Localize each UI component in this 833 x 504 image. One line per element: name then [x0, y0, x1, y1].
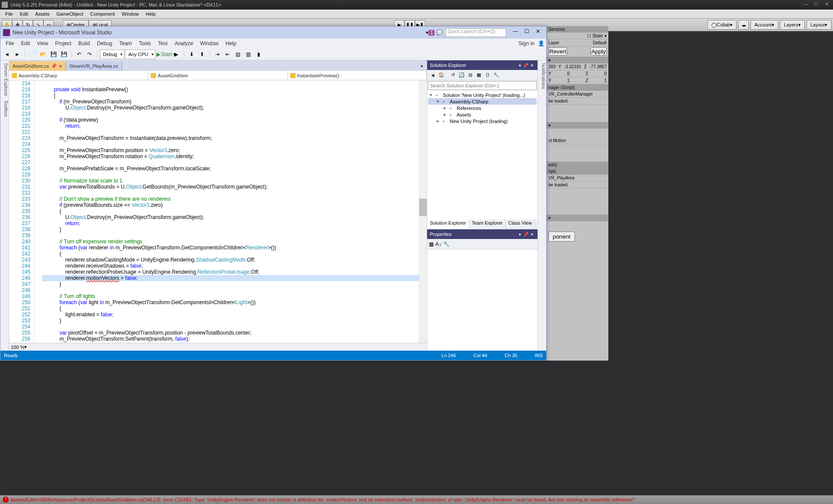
solution-tree[interactable]: ▾▫Solution 'New Unity Project' (loading.…	[427, 91, 538, 219]
account-dropdown[interactable]: Account ▾	[750, 20, 778, 30]
indent-icon[interactable]: ⇥	[212, 50, 222, 59]
save-icon[interactable]: 💾	[49, 50, 58, 59]
collab-dropdown[interactable]: ◯ Collab ▾	[707, 20, 737, 30]
menu-edit[interactable]: Edit	[17, 10, 32, 17]
undo-icon[interactable]: ↶	[74, 50, 84, 59]
menu-help[interactable]: Help	[142, 10, 159, 17]
menu-assets[interactable]: Assets	[32, 10, 53, 17]
solution-search-input[interactable]	[428, 81, 537, 90]
transform-header[interactable]: ▾	[547, 57, 608, 63]
props-alpha-icon[interactable]: A↓	[435, 241, 441, 247]
code-editor[interactable]: 2142152162172182192202212222232242252262…	[9, 80, 427, 343]
script-header-1[interactable]: nager (Script)	[547, 84, 608, 91]
tree-node[interactable]: ▸▫References	[428, 105, 537, 111]
script-header-2[interactable]: ▾	[547, 122, 608, 129]
nav-project-dropdown[interactable]: Assembly-CSharp	[9, 71, 148, 80]
menu-component[interactable]: Component	[86, 10, 118, 17]
comment-icon[interactable]: ▤	[233, 50, 243, 59]
tab-assetgriditem[interactable]: AssetGridItem.cs 📌 ✕	[9, 61, 66, 71]
tab-close-icon[interactable]: ✕	[59, 64, 62, 69]
tab-overflow-icon[interactable]: ▾	[417, 61, 427, 71]
tab-solution-explorer[interactable]: Solution Explorer	[427, 219, 469, 229]
apply-button[interactable]: Apply	[591, 47, 607, 56]
vs-menu-help[interactable]: Help	[222, 40, 240, 47]
vs-menu-test[interactable]: Test	[155, 40, 171, 47]
se-showall-icon[interactable]: ▦	[475, 71, 483, 79]
layout-dropdown[interactable]: Layout ▾	[806, 20, 831, 30]
nav-member-dropdown[interactable]: InstantiatePreview()	[288, 71, 427, 80]
se-refresh-icon[interactable]: 🔄	[458, 71, 465, 79]
tree-node[interactable]: ▸▫New Unity Project (loading)	[428, 118, 537, 124]
nav-back-icon[interactable]: ◄	[2, 50, 12, 59]
props-close-icon[interactable]: ✕	[529, 232, 535, 237]
menu-window[interactable]: Window	[118, 10, 142, 17]
maximize-button[interactable]: ☐	[811, 1, 821, 8]
tree-node[interactable]: ▾▫Assembly-CSharp	[428, 98, 537, 105]
se-home-icon[interactable]: 🏠	[438, 71, 445, 79]
menu-gameobject[interactable]: GameObject	[53, 10, 87, 17]
vs-menu-build[interactable]: Build	[75, 40, 93, 47]
add-component-button[interactable]: ponent	[548, 232, 575, 242]
nav-type-dropdown[interactable]: AssetGridItem	[148, 71, 287, 80]
vs-close-button[interactable]: ✕	[532, 28, 544, 37]
panel-pin-icon[interactable]: 📌	[523, 63, 529, 68]
vs-minimize-button[interactable]: —	[510, 28, 521, 37]
tree-node[interactable]: ▸▫Assets	[428, 111, 537, 118]
tree-node[interactable]: ▾▫Solution 'New Unity Project' (loading.…	[428, 92, 537, 98]
close-button[interactable]: ✕	[822, 1, 831, 8]
server-explorer-tab[interactable]: Server Explorer	[0, 63, 9, 96]
vs-menu-tools[interactable]: Tools	[136, 40, 155, 47]
open-file-icon[interactable]: 📂	[38, 50, 48, 59]
tab-steamvr-playarea[interactable]: SteamVR_PlayArea.cs	[66, 61, 122, 71]
notifications-tab[interactable]: Notifications	[541, 63, 546, 89]
se-properties-icon[interactable]: 🔧	[492, 71, 500, 79]
se-collapse-icon[interactable]: ⊟	[466, 71, 474, 79]
tab-pin-icon[interactable]: 📌	[51, 63, 57, 69]
platform-dropdown[interactable]: Any CPU	[125, 50, 155, 59]
services-tab[interactable]: Services	[547, 26, 608, 33]
props-dropdown-icon[interactable]: ▾	[517, 232, 523, 237]
redo-icon[interactable]: ↷	[85, 50, 94, 59]
vs-menu-window[interactable]: Window	[196, 40, 222, 47]
vertical-scrollbar[interactable]	[419, 80, 427, 343]
revert-button[interactable]: Revert	[548, 47, 567, 56]
sign-in-link[interactable]: Sign in	[515, 40, 538, 47]
step-into-icon[interactable]: ⬇	[187, 50, 196, 59]
props-pages-icon[interactable]: 🔧	[443, 241, 450, 247]
start-debug-button[interactable]: ▶ Start ▾	[161, 50, 171, 59]
vs-menu-file[interactable]: File	[2, 40, 17, 47]
cloud-icon[interactable]: ☁	[738, 20, 749, 30]
nav-forward-icon[interactable]: ►	[13, 50, 22, 59]
vs-menu-team[interactable]: Team	[116, 40, 135, 47]
unity-console-error[interactable]: ! Assets/EditorVR/Workspaces/Project/Scr…	[0, 495, 833, 504]
save-all-icon[interactable]: 💾	[59, 50, 69, 59]
attach-to-unity-icon[interactable]: ▶	[172, 50, 181, 59]
toolbox-tab[interactable]: Toolbox	[0, 100, 9, 117]
se-back-icon[interactable]: ◄	[429, 71, 437, 79]
zoom-level[interactable]: 100 %	[11, 345, 24, 350]
vs-menu-analyze[interactable]: Analyze	[171, 40, 197, 47]
props-categorized-icon[interactable]: ▦	[429, 241, 434, 247]
tab-class-view[interactable]: Class View	[506, 219, 535, 229]
menu-file[interactable]: File	[2, 10, 17, 17]
outdent-icon[interactable]: ⇤	[223, 50, 232, 59]
vs-menu-edit[interactable]: Edit	[17, 40, 33, 47]
props-pin-icon[interactable]: 📌	[523, 232, 529, 237]
new-file-icon[interactable]: 📄	[28, 50, 37, 59]
vs-maximize-button[interactable]: ☐	[521, 28, 532, 37]
vs-menu-project[interactable]: Project	[52, 40, 75, 47]
panel-dropdown-icon[interactable]: ▾	[517, 63, 523, 68]
bookmark-icon[interactable]: ▮	[254, 50, 264, 59]
se-sync-icon[interactable]: ↺	[449, 71, 457, 79]
se-preview-icon[interactable]: ⟨⟩	[484, 71, 491, 79]
panel-close-icon[interactable]: ✕	[529, 63, 535, 68]
vs-menu-view[interactable]: View	[33, 40, 52, 47]
config-dropdown[interactable]: Debug	[100, 50, 124, 59]
minimize-button[interactable]: —	[801, 1, 810, 8]
step-over-icon[interactable]: ⬆	[197, 50, 207, 59]
script-header-3[interactable]: ript)	[547, 168, 608, 175]
uncomment-icon[interactable]: ▥	[244, 50, 253, 59]
mesh-header[interactable]: esh)	[547, 162, 608, 168]
sign-in-avatar-icon[interactable]: 👤	[538, 40, 544, 46]
vs-menu-debug[interactable]: Debug	[93, 40, 116, 47]
